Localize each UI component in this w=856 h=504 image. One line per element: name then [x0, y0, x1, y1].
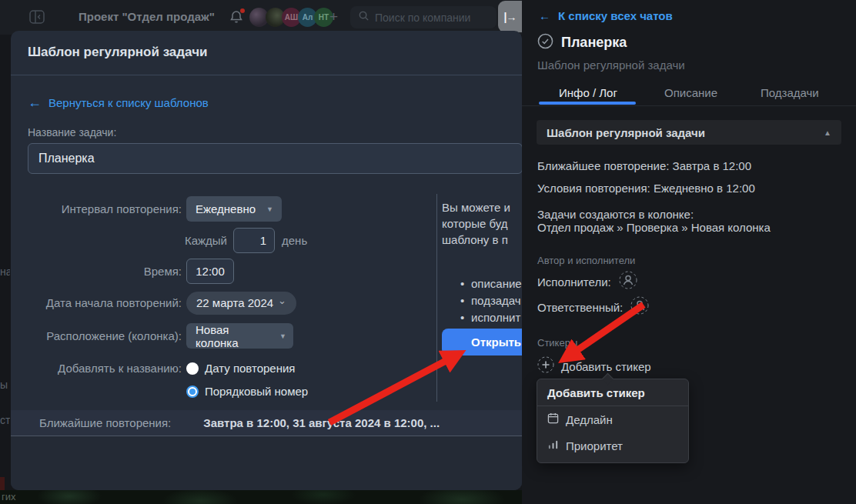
start-date-label: Дата начала повторений: [28, 296, 182, 309]
column-path-row: Отдел продаж » Проверка » Новая колонка [537, 221, 771, 234]
info-paragraph: Вы можете и которые буд шаблону в п [442, 199, 510, 248]
bg-text-fragment: гих [2, 491, 16, 502]
column-value: Новая колонка [196, 323, 269, 349]
search-input[interactable]: Поиск по компании [350, 6, 497, 28]
popup-item-priority[interactable]: Приоритет [537, 432, 688, 462]
back-arrow-icon: ← [539, 9, 550, 22]
add-sticker-button[interactable]: Добавить стикер [537, 356, 651, 376]
info-bullet: подзадач [471, 292, 522, 309]
panel-toggle-button[interactable]: |→ [498, 1, 522, 32]
repeat-conditions-row: Условия повторения: Ежедневно в 12:00 [537, 182, 755, 195]
regular-task-template-modal: Шаблон регулярной задачи ← Вернуться к с… [11, 31, 522, 490]
add-member-button[interactable]: + [329, 8, 338, 25]
collapse-caret-icon: ▲ [824, 129, 831, 137]
authors-section-label: Автор и исполнители [537, 255, 635, 266]
top-bar: Проект "Отдел продаж" АШ Ал НТ + Поиск п… [0, 0, 522, 35]
every-label: Каждый [28, 234, 227, 247]
back-to-chats-link[interactable]: ← К списку всех чатов [539, 9, 673, 22]
radio-unchecked-icon[interactable] [186, 362, 199, 375]
responsible-row: Ответственный: [537, 296, 649, 318]
time-row: Время: 12:00 [28, 259, 234, 284]
info-bullet: исполнит [471, 309, 522, 326]
task-name-label: Название задачи: [28, 126, 116, 139]
back-link-label: Вернуться к списку шаблонов [48, 96, 209, 109]
column-label: Расположение (колонка): [28, 329, 182, 342]
user-avatars: АШ Ал НТ [249, 8, 330, 27]
task-title-row: Планерка [537, 33, 627, 52]
responsible-label: Ответственный: [537, 301, 623, 314]
calendar-icon [547, 412, 559, 426]
dropdown-caret-icon: ▼ [279, 332, 286, 340]
add-sticker-popup: Добавить стикер Дедлайн Приоритет [537, 379, 689, 463]
every-count-input[interactable]: 1 [233, 228, 275, 253]
radio-checked-icon[interactable] [186, 386, 199, 398]
open-template-button[interactable]: Открыть ш [442, 329, 522, 355]
tab-description[interactable]: Описание [664, 86, 717, 99]
section-header-label: Шаблон регулярной задачи [547, 126, 705, 139]
time-input[interactable]: 12:00 [186, 259, 234, 284]
task-title: Планерка [561, 35, 627, 51]
chevron-down-icon: ⌄ [278, 299, 286, 304]
task-name-input[interactable]: Планерка [28, 143, 522, 174]
back-to-chats-label: К списку всех чатов [558, 9, 673, 22]
upcoming-repeats-value: Завтра в 12:00, 31 августа 2024 в 12:00,… [203, 416, 440, 429]
search-placeholder: Поиск по компании [375, 12, 470, 24]
tab-info-log[interactable]: Инфо / Лог [559, 86, 617, 99]
radio-number-label: Порядковый номер [205, 385, 308, 398]
active-tab-underline [539, 102, 636, 105]
vertical-divider [436, 194, 437, 402]
tab-subtasks[interactable]: Подзадачи [761, 86, 819, 99]
interval-value: Ежедневно [196, 202, 256, 215]
sidebar-collapse-icon[interactable] [29, 9, 45, 25]
every-day-row: Каждый 1 день [28, 228, 307, 253]
upcoming-repeats-label: Ближайшие повторения: [39, 416, 171, 429]
column-select[interactable]: Новая колонка ▼ [186, 323, 293, 349]
priority-bars-icon [547, 439, 559, 452]
modal-header: Шаблон регулярной задачи [11, 31, 522, 75]
interval-label: Интервал повторения: [28, 202, 182, 215]
time-label: Время: [28, 265, 182, 278]
column-row: Расположение (колонка): Новая колонка ▼ [28, 323, 293, 349]
priority-label: Приоритет [566, 439, 623, 452]
bg-decor [0, 477, 5, 491]
radio-number-option[interactable]: Порядковый номер [186, 385, 308, 398]
popup-item-deadline[interactable]: Дедлайн [537, 406, 688, 432]
executors-label: Исполнители: [537, 275, 611, 289]
start-date-picker[interactable]: 22 марта 2024 ⌄ [186, 292, 296, 315]
start-date-value: 22 марта 2024 [196, 296, 273, 309]
notification-badge [240, 8, 245, 13]
add-executor-icon[interactable] [619, 271, 637, 292]
bg-text-fragment: на [0, 265, 10, 278]
wallpaper-strip [0, 490, 522, 504]
interval-select[interactable]: Ежедневно ▼ [186, 196, 282, 222]
task-details-panel: ← К списку всех чатов Планерка Шаблон ре… [522, 0, 856, 504]
add-responsible-icon[interactable] [630, 296, 649, 318]
stickers-section-label: Стикеры [537, 337, 577, 349]
append-label-row: Добавлять к названию: [28, 355, 186, 381]
upcoming-repeats-row: Ближайшие повторения: Завтра в 12:00, 31… [11, 410, 522, 436]
check-circle-icon[interactable] [537, 33, 553, 52]
template-section-header[interactable]: Шаблон регулярной задачи ▲ [537, 120, 841, 145]
app-root: Проект "Отдел продаж" АШ Ал НТ + Поиск п… [0, 0, 856, 504]
radio-date-option[interactable]: Дату повторения [186, 362, 296, 375]
add-sticker-label: Добавить стикер [561, 360, 651, 373]
popup-title: Добавить стикер [537, 379, 688, 406]
executors-row: Исполнители: [537, 271, 637, 292]
back-arrow-icon: ← [28, 95, 42, 109]
modal-title: Шаблон регулярной задачи [28, 45, 207, 60]
add-sticker-plus-icon[interactable] [537, 356, 554, 376]
every-unit-label: день [282, 234, 307, 247]
bg-text-fragment: ст [0, 414, 10, 426]
radio-date-label: Дату повторения [205, 362, 296, 375]
next-repeat-row: Ближайшее повторение: Завтра в 12:00 [537, 159, 751, 172]
back-to-templates-link[interactable]: ← Вернуться к списку шаблонов [28, 95, 209, 109]
search-icon [358, 10, 369, 25]
tabs-divider [522, 105, 856, 106]
start-date-row: Дата начала повторений: 22 марта 2024 ⌄ [28, 290, 296, 315]
info-bullet: описание [471, 275, 522, 292]
notifications-bell-icon[interactable] [229, 9, 244, 25]
append-label: Добавлять к названию: [28, 362, 182, 375]
column-intro-row: Задачи создаются в колонке: [537, 208, 694, 221]
deadline-label: Дедлайн [566, 413, 613, 426]
dropdown-caret-icon: ▼ [266, 205, 273, 213]
